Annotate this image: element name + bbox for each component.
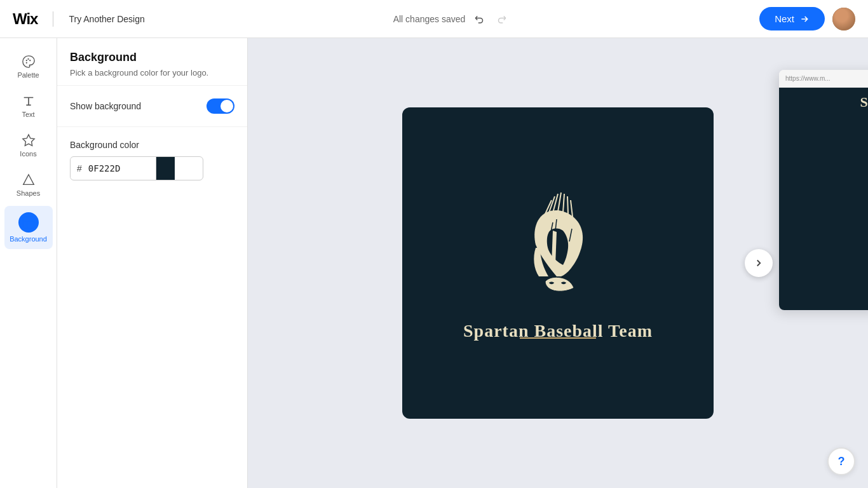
helmet-icon bbox=[501, 187, 615, 308]
logo-underline bbox=[520, 337, 596, 339]
panel-header: Background Pick a background color for y… bbox=[57, 38, 247, 86]
logo-preview-card: Spartan Baseball Team bbox=[402, 107, 714, 419]
svg-line-6 bbox=[553, 194, 558, 213]
svg-line-7 bbox=[558, 193, 561, 212]
header-center: All changes saved bbox=[145, 10, 759, 29]
color-swatch[interactable] bbox=[156, 157, 175, 180]
undo-redo-group bbox=[470, 10, 511, 29]
sidebar-item-palette[interactable]: Palette bbox=[4, 48, 53, 85]
svg-point-2 bbox=[27, 58, 29, 60]
next-button[interactable]: Next bbox=[759, 7, 825, 30]
color-input-row: # bbox=[70, 156, 203, 180]
svg-point-3 bbox=[29, 60, 31, 61]
header-right: Next bbox=[759, 7, 855, 30]
header-title: Try Another Design bbox=[69, 14, 144, 24]
svg-line-10 bbox=[571, 200, 573, 217]
hash-symbol: # bbox=[71, 158, 86, 179]
background-panel: Background Pick a background color for y… bbox=[57, 38, 248, 488]
show-background-section: Show background bbox=[57, 86, 247, 127]
sidebar-icons-label: Icons bbox=[20, 150, 36, 158]
avatar[interactable] bbox=[832, 8, 855, 30]
browser-partial-text: Sp bbox=[860, 94, 868, 111]
sidebar-item-shapes[interactable]: Shapes bbox=[4, 166, 53, 203]
header-divider bbox=[53, 11, 53, 27]
canvas-next-button[interactable] bbox=[745, 249, 773, 277]
svg-marker-4 bbox=[22, 135, 34, 146]
sidebar-text-label: Text bbox=[22, 111, 34, 118]
svg-rect-5 bbox=[23, 217, 34, 228]
browser-peek: https://www.m... Sp bbox=[779, 70, 868, 310]
browser-url-bar: https://www.m... bbox=[779, 70, 868, 88]
saved-status: All changes saved bbox=[393, 14, 466, 24]
sidebar-item-background[interactable]: Background bbox=[4, 206, 53, 249]
color-label: Background color bbox=[70, 140, 234, 150]
browser-content-preview: Sp bbox=[779, 88, 868, 310]
wix-logo: Wix bbox=[13, 10, 37, 28]
color-section: Background color # bbox=[57, 127, 247, 193]
undo-button[interactable] bbox=[470, 10, 489, 29]
panel-subtitle: Pick a background color for your logo. bbox=[70, 68, 234, 78]
app-header: Wix Try Another Design All changes saved… bbox=[0, 0, 868, 38]
show-background-label: Show background bbox=[70, 101, 141, 111]
avatar-image bbox=[832, 8, 855, 30]
svg-point-1 bbox=[25, 60, 27, 61]
color-hex-input[interactable] bbox=[86, 158, 156, 179]
svg-point-0 bbox=[25, 62, 27, 64]
toggle-row: Show background bbox=[70, 98, 234, 114]
sidebar-background-label: Background bbox=[10, 235, 47, 243]
help-button[interactable]: ? bbox=[827, 447, 855, 475]
sidebar-palette-label: Palette bbox=[17, 71, 39, 79]
background-icon-circle bbox=[18, 212, 39, 233]
header-logo: Wix Try Another Design bbox=[13, 10, 145, 28]
sidebar-item-text[interactable]: Text bbox=[4, 88, 53, 125]
canvas-area: Spartan Baseball Team https://www.m... S… bbox=[248, 38, 868, 488]
svg-line-9 bbox=[567, 196, 568, 214]
redo-button[interactable] bbox=[492, 10, 511, 29]
panel-title: Background bbox=[70, 51, 234, 64]
svg-line-8 bbox=[563, 194, 564, 213]
icon-sidebar: Palette Text Icons Shapes bbox=[0, 38, 57, 488]
main-layout: Palette Text Icons Shapes bbox=[0, 38, 868, 488]
sidebar-item-icons[interactable]: Icons bbox=[4, 127, 53, 164]
sidebar-shapes-label: Shapes bbox=[17, 189, 40, 197]
show-background-toggle[interactable] bbox=[207, 98, 234, 114]
